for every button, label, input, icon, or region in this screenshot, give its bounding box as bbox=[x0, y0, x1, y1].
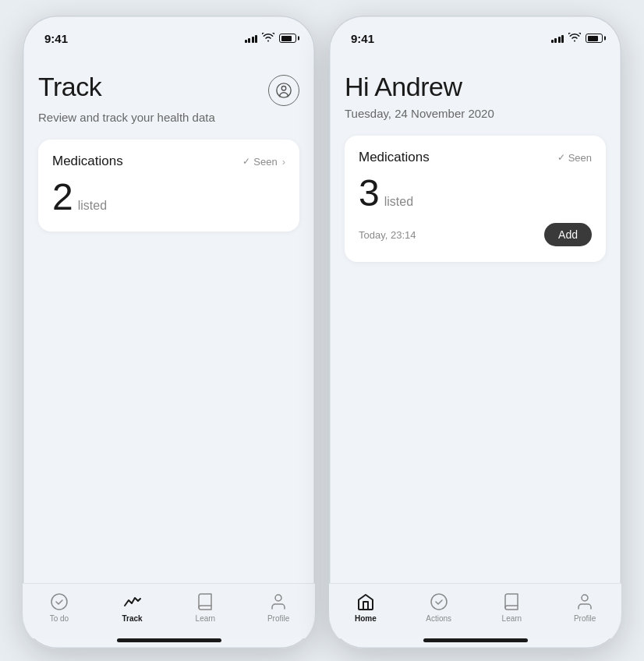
tab-home-label: Home bbox=[355, 614, 377, 623]
greeting-title: Hi Andrew bbox=[345, 72, 606, 102]
tab-learn-right[interactable]: Learn bbox=[488, 592, 535, 623]
actions-icon bbox=[429, 592, 449, 612]
person-circle-icon[interactable] bbox=[268, 75, 299, 106]
left-page-header: Track bbox=[38, 72, 299, 106]
wifi-icon bbox=[262, 33, 274, 44]
learn-icon-left bbox=[195, 592, 215, 612]
tab-home[interactable]: Home bbox=[342, 592, 389, 623]
track-icon bbox=[122, 592, 143, 612]
wifi-icon-right bbox=[568, 33, 581, 44]
tab-todo-label: To do bbox=[50, 614, 69, 623]
card-title-left: Medications bbox=[52, 154, 123, 169]
tab-bar-right: Home Actions Learn bbox=[329, 583, 621, 638]
battery-icon-right bbox=[586, 34, 603, 43]
seen-text-left: Seen bbox=[253, 156, 277, 168]
medications-card-left[interactable]: Medications ✓ Seen › 2 listed bbox=[38, 140, 299, 232]
card-timestamp: Today, 23:14 bbox=[359, 229, 416, 241]
svg-point-5 bbox=[582, 595, 588, 601]
card-header-left: Medications ✓ Seen › bbox=[52, 154, 285, 169]
seen-check-icon-right: ✓ bbox=[557, 152, 565, 163]
page-date: Tuesday, 24 November 2020 bbox=[345, 107, 606, 120]
card-title-right: Medications bbox=[359, 150, 430, 165]
profile-icon-left bbox=[268, 592, 288, 612]
page-title-left: Track bbox=[38, 72, 101, 102]
status-time-left: 9:41 bbox=[44, 32, 68, 45]
status-time-right: 9:41 bbox=[351, 32, 374, 45]
svg-point-2 bbox=[51, 594, 67, 610]
tab-profile-right[interactable]: Profile bbox=[561, 592, 608, 623]
tab-track-label: Track bbox=[122, 614, 143, 623]
battery-icon bbox=[279, 34, 296, 43]
seen-label-right: ✓ Seen bbox=[557, 152, 592, 164]
svg-point-3 bbox=[275, 595, 281, 601]
signal-icon-right bbox=[551, 34, 564, 43]
count-number-left: 2 bbox=[52, 179, 73, 216]
phone-left: 9:41 Track bbox=[23, 16, 315, 649]
seen-text-right: Seen bbox=[568, 152, 592, 164]
count-label-left: listed bbox=[78, 199, 107, 213]
status-bar-left: 9:41 bbox=[23, 16, 315, 50]
home-indicator-right bbox=[423, 638, 528, 642]
phone-right: 9:41 Hi Andrew Tue bbox=[329, 16, 621, 649]
chevron-right-icon: › bbox=[282, 156, 285, 168]
tab-profile-label-left: Profile bbox=[267, 614, 289, 623]
tab-learn-left[interactable]: Learn bbox=[182, 592, 228, 623]
card-footer-right: Today, 23:14 Add bbox=[359, 223, 592, 246]
status-bar-right: 9:41 bbox=[329, 16, 621, 50]
signal-icon bbox=[245, 34, 258, 43]
todo-icon bbox=[49, 592, 69, 612]
status-icons-left bbox=[245, 33, 297, 44]
profile-icon-right bbox=[575, 592, 595, 612]
tab-actions-label: Actions bbox=[426, 614, 451, 623]
home-indicator-left bbox=[117, 638, 221, 642]
tab-actions[interactable]: Actions bbox=[416, 592, 462, 623]
card-count-left: 2 listed bbox=[52, 179, 285, 216]
left-content: Track Review and track your health data … bbox=[23, 50, 315, 583]
add-button[interactable]: Add bbox=[544, 223, 592, 246]
tab-profile-left[interactable]: Profile bbox=[255, 592, 302, 623]
svg-point-4 bbox=[431, 594, 447, 610]
tab-bar-left: To do Track Learn bbox=[23, 583, 315, 638]
count-label-right: listed bbox=[384, 195, 413, 209]
home-icon bbox=[356, 592, 376, 612]
right-content: Hi Andrew Tuesday, 24 November 2020 Medi… bbox=[329, 50, 621, 583]
tab-learn-label-right: Learn bbox=[502, 614, 522, 623]
count-number-right: 3 bbox=[359, 175, 380, 212]
seen-check-icon: ✓ bbox=[242, 156, 250, 167]
medications-card-right[interactable]: Medications ✓ Seen 3 listed Today, 23:14… bbox=[345, 136, 606, 262]
status-icons-right bbox=[551, 33, 603, 44]
card-header-right: Medications ✓ Seen bbox=[359, 150, 592, 165]
page-subtitle-left: Review and track your health data bbox=[38, 111, 299, 124]
tab-track[interactable]: Track bbox=[109, 592, 156, 623]
card-count-right: 3 listed bbox=[359, 175, 592, 212]
tab-learn-label-left: Learn bbox=[196, 614, 216, 623]
tab-todo[interactable]: To do bbox=[36, 592, 83, 623]
svg-point-1 bbox=[281, 87, 286, 91]
seen-label-left: ✓ Seen › bbox=[242, 156, 285, 168]
tab-profile-label-right: Profile bbox=[574, 614, 596, 623]
learn-icon-right bbox=[501, 592, 522, 612]
